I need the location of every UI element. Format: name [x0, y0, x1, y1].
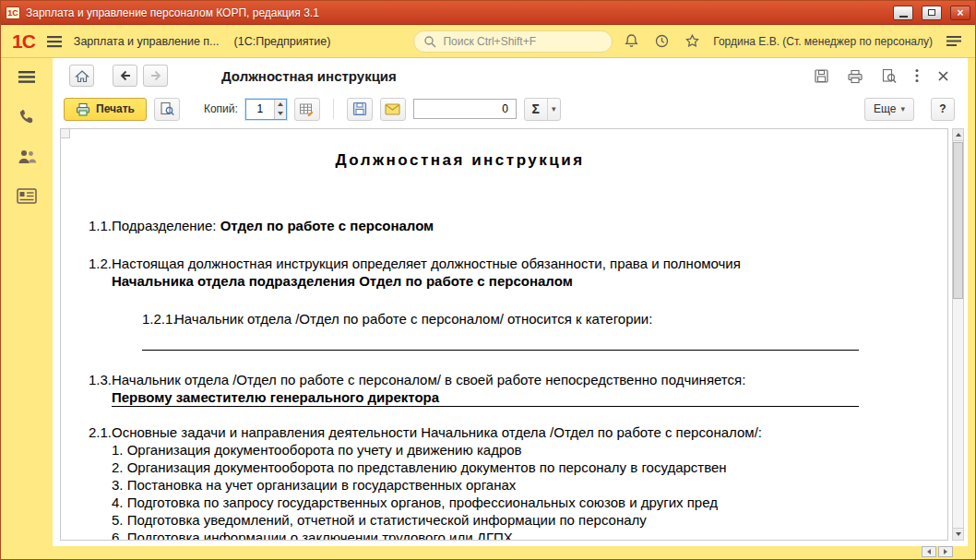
email-button[interactable]: [380, 98, 406, 121]
copies-step-down-button[interactable]: [275, 109, 286, 119]
preview-doc-icon: [160, 101, 174, 116]
sigma-button[interactable]: Σ ▾: [524, 98, 561, 121]
sidebar-contact-card-button[interactable]: [14, 185, 40, 209]
titlebar: 1С Зарплата и управление персоналом КОРП…: [1, 1, 975, 25]
document-wrap: Должностная инструкция 1.1.Подразделение…: [60, 126, 964, 542]
copies-step-up-button[interactable]: [275, 100, 286, 110]
close-form-button[interactable]: [935, 68, 951, 84]
sidebar-hamburger-icon: [18, 70, 36, 84]
floppy-icon: [814, 68, 829, 84]
window-title: Зарплата и управление персоналом КОРП, р…: [26, 6, 885, 19]
scroll-right-button[interactable]: [938, 546, 953, 557]
clause-text: Основные задачи и направления деятельнос…: [112, 423, 947, 441]
copies-input[interactable]: [246, 100, 274, 119]
clause-number: 2.1.: [89, 423, 112, 441]
maximize-button[interactable]: [922, 6, 942, 20]
down-arrow-icon: [956, 532, 961, 536]
action-toolbar: Печать Копий:: [53, 93, 968, 125]
task-item: 2. Организация документооборота по предс…: [112, 459, 947, 476]
scroll-up-button[interactable]: [953, 129, 963, 141]
up-arrow-icon: [956, 133, 961, 137]
history-button[interactable]: [652, 31, 672, 51]
minimize-button[interactable]: [893, 6, 913, 20]
print-header-button[interactable]: [845, 66, 865, 86]
vertical-scroll-thumb[interactable]: [953, 142, 963, 299]
save-file-button[interactable]: [347, 98, 373, 121]
star-icon: [684, 33, 700, 49]
print-button-label: Печать: [96, 102, 135, 115]
close-window-button[interactable]: ×: [950, 6, 970, 20]
doc-paragraph-1-2-1: 1.2.1. Начальник отдела /Отдел по работе…: [61, 310, 947, 328]
page-title: Должностная инструкция: [221, 68, 397, 84]
doc-title: Должностная инструкция: [61, 151, 859, 169]
people-icon: [17, 149, 37, 165]
task-item: 4. Подготовка по запросу государственных…: [112, 494, 947, 511]
copies-field: [245, 99, 287, 120]
form-panel: Должностная инструкция: [53, 58, 968, 546]
horizontal-scrollbar[interactable]: [922, 546, 953, 557]
sidebar: [1, 58, 53, 559]
current-user[interactable]: Гордина Е.В. (Ст. менеджер по персоналу): [713, 35, 933, 48]
task-item: 6. Подготовка информации о заключении тр…: [112, 529, 947, 541]
service-menu-button[interactable]: [944, 33, 964, 49]
help-button[interactable]: ?: [931, 98, 955, 121]
main-menu-button[interactable]: [44, 33, 65, 50]
right-arrow-icon: [944, 549, 947, 554]
form-nav-row: Должностная инструкция: [53, 58, 968, 93]
restore-icon: [928, 9, 935, 16]
doc-paragraph-2-1: 2.1. Основные задачи и направления деяте…: [61, 423, 947, 541]
copies-stepper: [274, 100, 286, 119]
top-toolbar: 1С Зарплата и управление п... (1С:Предпр…: [1, 25, 975, 58]
favorites-button[interactable]: [683, 31, 702, 51]
print-button-icon: [76, 102, 90, 116]
back-button[interactable]: [113, 65, 137, 87]
toolbar-separator: [333, 99, 334, 119]
clock-icon: [654, 33, 670, 49]
print-preview-header-button[interactable]: [879, 66, 899, 86]
spreadsheet-corner: [61, 129, 70, 138]
search-input[interactable]: Поиск Ctrl+Shift+F: [413, 30, 613, 53]
print-preview-button[interactable]: [154, 98, 180, 121]
sidebar-phone-button[interactable]: [15, 104, 39, 131]
kebab-icon: [914, 68, 920, 83]
clause-value: Отдел по работе с персоналом: [220, 218, 434, 233]
sigma-dropdown-arrow[interactable]: ▾: [547, 99, 560, 120]
app-title: Зарплата и управление п...: [74, 35, 220, 48]
forward-button[interactable]: [143, 65, 168, 87]
doc-paragraph-1-1: 1.1.Подразделение: Отдел по работе с пер…: [61, 217, 947, 234]
scroll-left-button[interactable]: [922, 546, 936, 557]
phone-icon: [18, 107, 36, 125]
clause-value-underlined: Первому заместителю генерального директо…: [112, 388, 859, 407]
home-icon: [75, 69, 89, 83]
blank-underline: [142, 350, 859, 351]
document-content: Должностная инструкция 1.1.Подразделение…: [61, 151, 947, 541]
left-arrow-icon: [927, 549, 931, 554]
more-label: Еще: [874, 102, 896, 115]
sum-field[interactable]: [413, 99, 517, 119]
app-kind-label: (1С:Предприятие): [234, 35, 331, 48]
more-dropdown-arrow: ▾: [900, 104, 905, 113]
home-button[interactable]: [69, 65, 94, 87]
clause-number: 1.1.: [89, 217, 112, 234]
sidebar-employees-button[interactable]: [14, 146, 40, 171]
task-item: 5. Подготовка уведомлений, отчетной и ст…: [112, 511, 947, 529]
clause-text: Начальник отдела /Отдел по работе с перс…: [174, 310, 947, 328]
scroll-down-button[interactable]: [953, 528, 963, 540]
sidebar-menu-button[interactable]: [15, 67, 39, 89]
topbar-right-group: Гордина Е.В. (Ст. менеджер по персоналу): [622, 31, 964, 51]
clause-text: Настоящая должностная инструкция определ…: [112, 255, 947, 272]
back-arrow-icon: [118, 68, 133, 83]
print-settings-button[interactable]: [294, 98, 320, 121]
print-button[interactable]: Печать: [64, 98, 147, 121]
table-settings-icon: [299, 102, 315, 116]
close-icon: [937, 70, 949, 82]
app-window: 1С Зарплата и управление персоналом КОРП…: [0, 0, 976, 560]
clause-text: Начальник отдела /Отдел по работе с перс…: [112, 371, 947, 388]
form-header-buttons: [812, 66, 957, 86]
kebab-menu-button[interactable]: [912, 66, 922, 85]
notifications-button[interactable]: [622, 31, 641, 51]
spreadsheet-document[interactable]: Должностная инструкция 1.1.Подразделение…: [60, 128, 948, 541]
vertical-scrollbar[interactable]: [952, 128, 964, 541]
more-button[interactable]: Еще ▾: [864, 98, 914, 121]
save-button[interactable]: [812, 66, 831, 86]
